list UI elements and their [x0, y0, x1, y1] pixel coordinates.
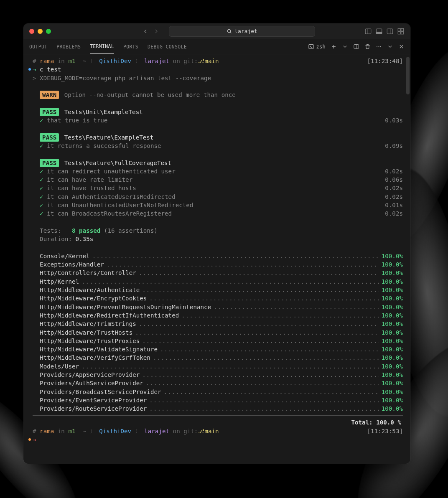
shell-indicator[interactable]: zsh — [308, 43, 326, 50]
check-icon: ✓ — [40, 209, 43, 218]
timestamp: [11:23:48] — [367, 57, 403, 65]
test-result-line: ✓ it can have trusted hosts0.02s — [27, 184, 403, 192]
svg-rect-9 — [398, 31, 400, 34]
suite-header: PASS Tests\Feature\FullCoverageTest — [27, 159, 403, 167]
svg-rect-4 — [376, 32, 382, 34]
divider — [33, 415, 403, 416]
layout-controls — [364, 28, 405, 35]
panel-right-icon[interactable] — [386, 28, 394, 35]
split-terminal-icon[interactable] — [353, 43, 359, 50]
status-bullet-icon — [28, 438, 31, 441]
pass-badge: PASS — [40, 133, 59, 142]
test-result-line: ✓ it returns a successful response0.09s — [27, 142, 403, 150]
test-result-line: ✓ that true is true0.03s — [27, 116, 403, 124]
coverage-row: Http/Controllers/Controller ............… — [27, 269, 403, 277]
coverage-row: Console/Kernel .........................… — [27, 252, 403, 260]
suite-header: PASS Tests\Unit\ExampleTest — [27, 108, 403, 116]
warn-line: WARN Option --no-output cannot be used m… — [27, 91, 403, 99]
scrollbar[interactable] — [406, 57, 410, 94]
panel-tab-bar: OUTPUT PROBLEMS TERMINAL PORTS DEBUG CON… — [23, 39, 410, 54]
coverage-row: Exceptions/Handler .....................… — [27, 260, 403, 269]
editor-window: larajet OUTPUT PROBLEMS TERMINAL PORTS D… — [23, 23, 410, 464]
panel-left-icon[interactable] — [364, 28, 372, 35]
check-icon: ✓ — [40, 142, 43, 150]
new-terminal-icon[interactable] — [331, 43, 337, 50]
tab-output[interactable]: OUTPUT — [29, 40, 47, 54]
status-bullet-icon — [28, 68, 31, 71]
tab-debug-console[interactable]: DEBUG CONSOLE — [148, 40, 187, 54]
tab-problems[interactable]: PROBLEMS — [56, 40, 81, 54]
coverage-row: Http/Middleware/ValidateSignature ......… — [27, 345, 403, 353]
svg-rect-5 — [387, 29, 393, 34]
test-result-line: ✓ it can redirect unauthenticated user0.… — [27, 167, 403, 175]
svg-point-18 — [379, 46, 379, 47]
check-icon: ✓ — [40, 193, 43, 201]
coverage-row: Providers/BroadcastServiceProvider .....… — [27, 388, 403, 396]
maximize-window-button[interactable] — [46, 29, 51, 34]
svg-point-17 — [377, 46, 377, 47]
svg-rect-7 — [398, 28, 400, 31]
terminal-icon — [308, 43, 314, 50]
coverage-row: Providers/AuthServiceProvider ..........… — [27, 379, 403, 387]
coverage-row: Http/Middleware/RedirectIfAuthenticated … — [27, 311, 403, 320]
minimize-window-button[interactable] — [38, 29, 43, 34]
pass-badge: PASS — [40, 108, 59, 116]
svg-point-0 — [227, 29, 231, 33]
warn-badge: WARN — [40, 91, 59, 99]
traffic-lights — [29, 29, 51, 34]
nav-arrows — [142, 28, 160, 35]
panel-bottom-icon[interactable] — [375, 28, 383, 35]
svg-rect-10 — [401, 31, 404, 34]
pass-badge: PASS — [40, 159, 59, 167]
timestamp: [11:23:53] — [367, 427, 403, 435]
check-icon: ✓ — [40, 175, 43, 184]
coverage-row: Http/Middleware/Authenticate ...........… — [27, 286, 403, 294]
check-icon: ✓ — [40, 201, 43, 209]
titlebar: larajet — [23, 23, 410, 39]
check-icon: ✓ — [40, 167, 43, 175]
summary-tests: Tests: 8 passed (16 assertions) — [27, 226, 403, 235]
coverage-row: Http/Middleware/VerifyCsrfToken ........… — [27, 353, 403, 362]
prompt-input-line[interactable]: → — [27, 435, 403, 444]
chevron-down-icon[interactable] — [342, 43, 348, 50]
svg-point-19 — [380, 46, 381, 47]
coverage-row: Providers/RouteServiceProvider .........… — [27, 404, 403, 413]
chevron-down-icon[interactable] — [387, 43, 393, 50]
coverage-total: Total: 100.0 % — [27, 418, 403, 427]
coverage-row: Models/User ............................… — [27, 362, 403, 371]
forward-icon[interactable] — [153, 28, 160, 35]
coverage-row: Providers/EventServiceProvider .........… — [27, 396, 403, 404]
svg-rect-11 — [309, 45, 313, 49]
trash-icon[interactable] — [364, 43, 371, 50]
coverage-row: Http/Middleware/TrustHosts .............… — [27, 328, 403, 337]
prompt-line: # rama in m1 ~ 〉 QisthiDev 〉 larajet on … — [27, 57, 403, 65]
check-icon: ✓ — [40, 184, 43, 192]
search-text: larajet — [234, 28, 257, 34]
back-icon[interactable] — [142, 28, 149, 35]
svg-rect-1 — [365, 29, 371, 34]
coverage-row: Http/Middleware/TrustProxies ...........… — [27, 337, 403, 345]
coverage-row: Http/Kernel ............................… — [27, 277, 403, 286]
close-window-button[interactable] — [29, 29, 34, 34]
customize-layout-icon[interactable] — [397, 28, 405, 35]
command-center-search[interactable]: larajet — [169, 26, 315, 37]
test-result-line: ✓ it can BroadcastRoutesAreRegistered0.0… — [27, 209, 403, 218]
terminal-output[interactable]: # rama in m1 ~ 〉 QisthiDev 〉 larajet on … — [23, 54, 410, 464]
shell-name: zsh — [316, 44, 326, 50]
more-icon[interactable] — [376, 43, 382, 50]
tab-ports[interactable]: PORTS — [123, 40, 138, 54]
tab-terminal[interactable]: TERMINAL — [90, 39, 114, 54]
coverage-row: Http/Middleware/PreventRequestsDuringMai… — [27, 303, 403, 311]
expanded-command-line: > XDEBUG_MODE=coverage php artisan test … — [27, 74, 403, 82]
close-icon[interactable] — [398, 43, 405, 50]
test-result-line: ✓ it can UnauthenticatedUserIsNotRedirec… — [27, 201, 403, 209]
coverage-row: Http/Middleware/EncryptCookies .........… — [27, 294, 403, 302]
svg-rect-8 — [401, 28, 404, 31]
suite-header: PASS Tests\Feature\ExampleTest — [27, 133, 403, 142]
test-result-line: ✓ it can have rate limiter0.06s — [27, 175, 403, 184]
search-icon — [227, 28, 232, 34]
coverage-row: Providers/AppServiceProvider ...........… — [27, 371, 403, 379]
coverage-row: Http/Middleware/TrimStrings ............… — [27, 320, 403, 328]
command-line: → c test — [27, 65, 403, 74]
test-result-line: ✓ it can AuthenticatedUserIsRedirected0.… — [27, 193, 403, 201]
